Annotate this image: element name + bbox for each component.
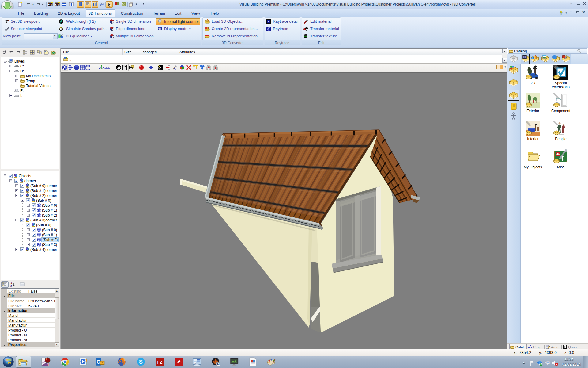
svg-text:14: 14	[217, 363, 220, 366]
svg-text:3D: 3D	[55, 3, 59, 6]
svg-text:2D: 2D	[48, 3, 52, 6]
svg-text:4: 4	[47, 362, 49, 366]
svg-text:O: O	[96, 359, 100, 365]
svg-text:Z: Z	[10, 285, 12, 287]
svg-text:S: S	[139, 359, 143, 365]
svg-text:FZ: FZ	[157, 360, 163, 365]
svg-text:STOP: STOP	[556, 154, 560, 156]
